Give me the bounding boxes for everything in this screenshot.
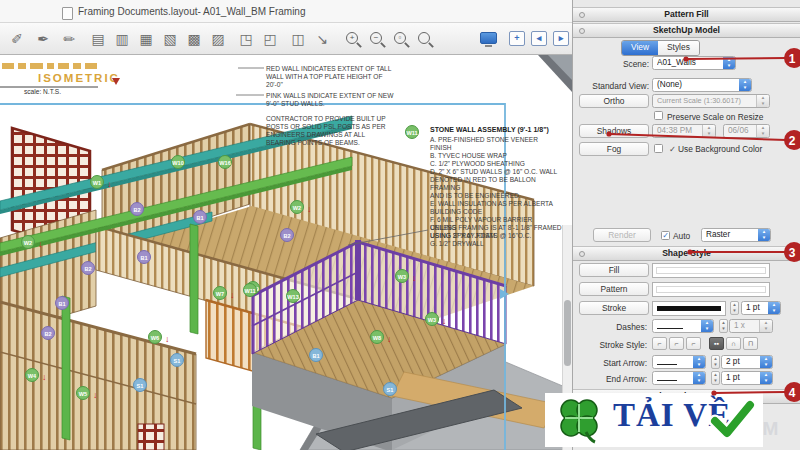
stepper-icon[interactable]: ▲▼: [756, 125, 769, 137]
dash-scale-dropdown[interactable]: 1 x▲▼: [729, 319, 773, 333]
stepper-icon[interactable]: ▲▼: [739, 79, 751, 91]
zoom-window-icon[interactable]: ▫: [390, 29, 410, 49]
auto-render-checkbox[interactable]: ✓: [661, 231, 670, 240]
stepper-icon[interactable]: ▲▼: [768, 302, 780, 314]
render-button[interactable]: Render: [593, 228, 651, 242]
center-vertical-icon[interactable]: ▩: [184, 29, 204, 49]
tag-badge-b1-5: B1: [137, 250, 151, 264]
end-arrow-stepper[interactable]: ▲▼: [711, 371, 720, 385]
stepper-icon[interactable]: ▲▼: [759, 320, 772, 332]
red-arrow-icon: ↓: [412, 271, 417, 285]
current-scale-dropdown[interactable]: Current Scale (1:30.6017)▲▼: [652, 94, 770, 108]
stroke-button[interactable]: Stroke: [579, 301, 649, 315]
stroke-cap-square-button[interactable]: ⊓: [743, 337, 758, 350]
center-horizontal-icon[interactable]: ▨: [208, 29, 228, 49]
sketchup-model-header[interactable]: SketchUp Model: [573, 23, 800, 38]
stepper-icon[interactable]: ▲▼: [701, 320, 713, 332]
fill-button[interactable]: Fill: [579, 263, 649, 277]
stroke-cap-round-button[interactable]: ∩: [726, 337, 741, 350]
collapse-dot-icon[interactable]: [579, 251, 585, 257]
pan-icon[interactable]: [414, 29, 434, 49]
stepper-icon[interactable]: ▲▼: [756, 95, 769, 107]
pattern-well[interactable]: [652, 282, 770, 297]
fog-button[interactable]: Fog: [579, 142, 649, 156]
stroke-color-well[interactable]: [652, 301, 726, 316]
tag-badge-w8-22: W8↓: [370, 330, 384, 344]
fill-color-well[interactable]: [652, 263, 770, 278]
pattern-fill-header[interactable]: Pattern Fill: [573, 7, 800, 22]
red-arrow-icon: ↓: [307, 202, 312, 216]
stroke-cap-flat-button[interactable]: ▪▪: [709, 337, 724, 350]
stroke-join-bevel-button[interactable]: ⌐: [686, 337, 701, 350]
standard-view-label: Standard View:: [573, 81, 649, 91]
move-down-icon[interactable]: ↘: [312, 29, 332, 49]
auto-render-label: Auto: [673, 231, 703, 241]
scene-dropdown[interactable]: A01_Walls▲▼: [652, 56, 736, 70]
bring-to-front-icon[interactable]: ◳: [236, 29, 256, 49]
stroke-join-miter-button[interactable]: ⌐: [652, 337, 667, 350]
previous-page-icon[interactable]: ◂: [529, 29, 549, 49]
stroke-width-dropdown[interactable]: 1 pt▲▼: [741, 301, 781, 315]
dashes-label: Dashes:: [573, 322, 647, 332]
shadows-button[interactable]: Shadows: [579, 124, 649, 138]
shadow-time-field[interactable]: 04:38 PM▲▼: [652, 124, 716, 138]
start-arrow-stepper[interactable]: ▲▼: [711, 355, 720, 369]
collapse-dot-icon[interactable]: [579, 12, 585, 18]
red-arrow-icon: ↓: [165, 332, 170, 346]
layout-app-window: Framing Documents.layout- A01_Wall_BM Fr…: [0, 0, 800, 450]
pattern-button[interactable]: Pattern: [579, 282, 649, 296]
stroke-join-round-button[interactable]: ⌐: [669, 337, 684, 350]
stroke-width-stepper[interactable]: ▲▼: [730, 301, 739, 315]
stepper-icon[interactable]: ▲▼: [723, 57, 735, 69]
send-to-back-icon[interactable]: ◰: [260, 29, 280, 49]
zoom-in-icon[interactable]: +: [342, 29, 362, 49]
preserve-scale-checkbox[interactable]: [654, 111, 663, 120]
align-right-icon[interactable]: ▥: [112, 29, 132, 49]
eraser-tool-icon[interactable]: ✏: [59, 29, 79, 49]
end-arrow-size-dropdown[interactable]: 1 pt▲▼: [721, 371, 773, 385]
start-arrow-dropdown[interactable]: ▲▼: [652, 355, 706, 369]
stepper-icon[interactable]: ▲▼: [760, 372, 772, 384]
render-mode-dropdown[interactable]: Raster▲▼: [701, 228, 771, 242]
stepper-icon[interactable]: ▲▼: [758, 229, 770, 241]
stepper-icon[interactable]: ▲▼: [693, 356, 705, 368]
ortho-button[interactable]: Ortho: [579, 94, 649, 108]
start-arrow-size-dropdown[interactable]: 2 pt▲▼: [721, 355, 773, 369]
standard-view-dropdown[interactable]: (None)▲▼: [652, 78, 752, 92]
stepper-icon[interactable]: ▲▼: [693, 372, 705, 384]
tab-styles[interactable]: Styles: [658, 41, 699, 55]
tab-view[interactable]: View: [622, 41, 658, 55]
stepper-icon[interactable]: ▲▼: [702, 125, 715, 137]
end-arrow-dropdown[interactable]: ▲▼: [652, 371, 706, 385]
canvas-scrollbar-thumb[interactable]: [564, 300, 571, 366]
zoom-out-icon[interactable]: −: [366, 29, 386, 49]
document-canvas[interactable]: ISOMETRIC scale: N.T.S. RED WALL INDICAT…: [0, 55, 572, 450]
tag-badge-w11-25: W11: [243, 283, 257, 297]
inspector-panel: Pattern Fill SketchUp Model View Styles …: [572, 0, 800, 450]
pen-tool-icon[interactable]: ✒: [33, 29, 53, 49]
dashes-dropdown[interactable]: ▲▼: [652, 319, 714, 333]
next-page-icon[interactable]: ▸: [551, 29, 571, 49]
style-tool-icon[interactable]: ✐: [7, 29, 27, 49]
fog-checkbox[interactable]: [654, 144, 663, 153]
arrow-style-line-icon: [657, 380, 677, 381]
tag-badge-b2-6: B2: [81, 261, 95, 275]
shape-style-header[interactable]: Shape Style: [573, 246, 800, 261]
tag-badge-w1-2: W1↓: [90, 175, 104, 189]
stepper-icon[interactable]: ▲▼: [760, 356, 772, 368]
start-arrow-label: Start Arrow:: [573, 358, 647, 368]
align-left-icon[interactable]: ▤: [88, 29, 108, 49]
align-bottom-icon[interactable]: ▧: [160, 29, 180, 49]
add-page-icon[interactable]: +: [507, 29, 527, 49]
shadow-date-field[interactable]: 06/06▲▼: [723, 124, 770, 138]
window-title: Framing Documents.layout- A01_Wall_BM Fr…: [78, 6, 306, 17]
align-top-icon[interactable]: ▦: [136, 29, 156, 49]
dash-scale-stepper[interactable]: ▲▼: [719, 319, 728, 333]
tag-badge-w3-21: W3↓: [425, 312, 439, 326]
tag-badge-b1-23: B1: [309, 348, 323, 362]
tag-badge-w2-16: W2↓: [290, 200, 304, 214]
presentation-icon[interactable]: [478, 29, 498, 49]
collapse-dot-icon[interactable]: [579, 28, 585, 34]
use-background-color-label: Use Background Color: [678, 144, 788, 154]
distribute-icon[interactable]: ◫: [288, 29, 308, 49]
